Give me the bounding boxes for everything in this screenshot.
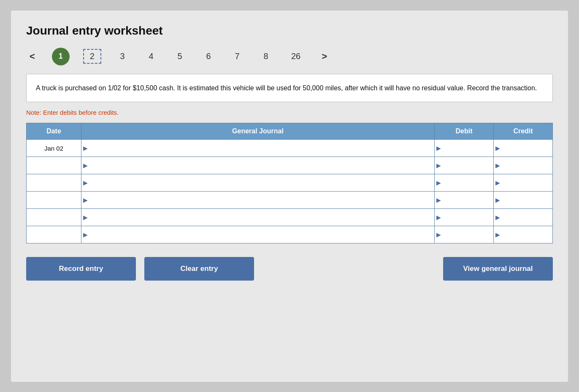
next-arrow[interactable]: > [318, 49, 330, 64]
page-title: Journal entry worksheet [26, 24, 553, 38]
debit-arrow-icon: ▶ [436, 145, 441, 151]
main-container: Journal entry worksheet < 1 2 3 4 5 6 7 … [11, 11, 568, 382]
credit-arrow-icon: ▶ [495, 179, 500, 186]
debit-input-1[interactable] [442, 157, 492, 173]
debit-arrow-icon: ▶ [436, 197, 441, 203]
journal-cell-0[interactable]: ▶ [81, 140, 435, 157]
prev-arrow[interactable]: < [26, 49, 38, 64]
date-cell-3 [27, 192, 81, 209]
debit-cell-2[interactable]: ▶ [435, 174, 494, 192]
date-cell-5 [27, 226, 81, 243]
entry-arrow-icon: ▶ [83, 162, 88, 169]
journal-input-0[interactable] [89, 140, 431, 156]
credit-input-2[interactable] [501, 175, 551, 191]
entry-arrow-icon: ▶ [83, 214, 88, 221]
credit-input-4[interactable] [501, 209, 551, 225]
debit-input-3[interactable] [442, 192, 492, 208]
table-row: Jan 02▶▶▶ [27, 140, 553, 157]
credit-input-0[interactable] [501, 140, 551, 156]
debit-input-0[interactable] [442, 140, 492, 156]
date-cell-0: Jan 02 [27, 140, 81, 157]
debit-input-2[interactable] [442, 175, 492, 191]
tab-5[interactable]: 5 [172, 49, 187, 64]
credit-cell-4[interactable]: ▶ [494, 209, 553, 226]
table-row: ▶▶▶ [27, 157, 553, 174]
credit-input-1[interactable] [501, 157, 551, 173]
description-box: A truck is purchased on 1/02 for $10,500… [26, 74, 553, 103]
debit-cell-4[interactable]: ▶ [435, 209, 494, 226]
header-debit: Debit [435, 123, 494, 140]
debit-cell-5[interactable]: ▶ [435, 226, 494, 243]
debit-input-5[interactable] [442, 227, 492, 243]
tab-1[interactable]: 1 [52, 48, 70, 65]
credit-cell-2[interactable]: ▶ [494, 174, 553, 192]
credit-cell-3[interactable]: ▶ [494, 192, 553, 209]
table-row: ▶▶▶ [27, 226, 553, 243]
table-header-row: Date General Journal Debit Credit [27, 123, 553, 140]
description-text: A truck is purchased on 1/02 for $10,500… [36, 84, 537, 92]
journal-cell-1[interactable]: ▶ [81, 157, 435, 174]
credit-arrow-icon: ▶ [495, 214, 500, 221]
tab-6[interactable]: 6 [201, 49, 216, 64]
credit-cell-5[interactable]: ▶ [494, 226, 553, 243]
table-row: ▶▶▶ [27, 192, 553, 209]
entry-arrow-icon: ▶ [83, 145, 88, 151]
journal-input-4[interactable] [89, 209, 431, 225]
debit-cell-3[interactable]: ▶ [435, 192, 494, 209]
entry-arrow-icon: ▶ [83, 231, 88, 238]
debit-arrow-icon: ▶ [436, 179, 441, 186]
journal-input-3[interactable] [89, 192, 431, 208]
credit-input-5[interactable] [501, 227, 551, 243]
view-general-journal-button[interactable]: View general journal [443, 257, 553, 281]
date-cell-4 [27, 209, 81, 226]
tab-26[interactable]: 26 [287, 49, 305, 64]
tab-4[interactable]: 4 [143, 49, 159, 64]
tab-3[interactable]: 3 [115, 49, 130, 64]
record-entry-button[interactable]: Record entry [26, 257, 136, 281]
note-text: Note: Enter debits before credits. [26, 109, 553, 116]
journal-cell-2[interactable]: ▶ [81, 174, 435, 192]
debit-arrow-icon: ▶ [436, 162, 441, 169]
debit-cell-1[interactable]: ▶ [435, 157, 494, 174]
journal-table: Date General Journal Debit Credit Jan 02… [26, 123, 553, 243]
credit-cell-0[interactable]: ▶ [494, 140, 553, 157]
journal-cell-4[interactable]: ▶ [81, 209, 435, 226]
debit-input-4[interactable] [442, 209, 492, 225]
table-row: ▶▶▶ [27, 174, 553, 192]
journal-input-2[interactable] [89, 175, 431, 191]
header-credit: Credit [494, 123, 553, 140]
buttons-row: Record entry Clear entry View general jo… [26, 257, 553, 281]
journal-cell-5[interactable]: ▶ [81, 226, 435, 243]
table-row: ▶▶▶ [27, 209, 553, 226]
credit-arrow-icon: ▶ [495, 231, 500, 238]
credit-arrow-icon: ▶ [495, 162, 500, 169]
clear-entry-button[interactable]: Clear entry [144, 257, 254, 281]
credit-cell-1[interactable]: ▶ [494, 157, 553, 174]
header-general-journal: General Journal [81, 123, 435, 140]
debit-cell-0[interactable]: ▶ [435, 140, 494, 157]
header-date: Date [27, 123, 81, 140]
tab-2[interactable]: 2 [83, 49, 101, 64]
journal-cell-3[interactable]: ▶ [81, 192, 435, 209]
credit-arrow-icon: ▶ [495, 197, 500, 203]
entry-arrow-icon: ▶ [83, 197, 88, 203]
entry-arrow-icon: ▶ [83, 179, 88, 186]
credit-input-3[interactable] [501, 192, 551, 208]
journal-input-1[interactable] [89, 157, 431, 173]
journal-input-5[interactable] [89, 227, 431, 243]
debit-arrow-icon: ▶ [436, 214, 441, 221]
tab-navigation: < 1 2 3 4 5 6 7 8 26 > [26, 48, 553, 65]
debit-arrow-icon: ▶ [436, 231, 441, 238]
tab-8[interactable]: 8 [258, 49, 273, 64]
credit-arrow-icon: ▶ [495, 145, 500, 151]
date-cell-2 [27, 174, 81, 192]
tab-7[interactable]: 7 [230, 49, 245, 64]
date-cell-1 [27, 157, 81, 174]
